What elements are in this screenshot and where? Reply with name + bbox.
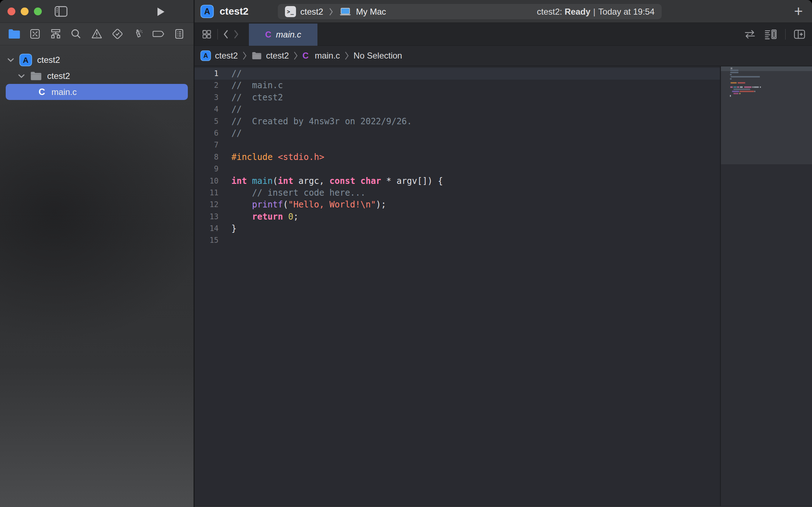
code-line-15[interactable]: 15 <box>195 235 720 246</box>
code-text: // insert code here... <box>231 187 366 199</box>
test-navigator-icon[interactable] <box>107 25 127 42</box>
minimap-code-bar <box>731 67 732 69</box>
minimap[interactable] <box>721 66 812 507</box>
tab-main-c[interactable]: C main.c <box>249 24 317 46</box>
code-line-4[interactable]: 4// <box>195 104 720 115</box>
line-number: 3 <box>195 92 219 104</box>
project-tree: A ctest2 ctest2 C main.c <box>0 45 194 100</box>
disclosure-chevron-icon[interactable] <box>18 74 25 79</box>
minimap-code-bar <box>733 86 737 88</box>
minimap-code-bar <box>744 86 752 88</box>
breakpoint-navigator-icon[interactable] <box>149 25 169 42</box>
tree-row-file-selected[interactable]: C main.c <box>6 84 188 100</box>
titlebar: A ctest2 >_ ctest2 My Mac ctest2: Ready … <box>195 0 812 23</box>
issue-navigator-icon[interactable] <box>87 25 107 42</box>
debug-navigator-icon[interactable] <box>128 25 148 42</box>
line-number: 13 <box>195 211 219 223</box>
find-navigator-icon[interactable] <box>66 25 86 42</box>
forward-chevron-icon[interactable] <box>234 30 239 39</box>
scheme-destination-label[interactable]: My Mac <box>356 7 386 17</box>
minimap-options-icon[interactable] <box>764 28 777 40</box>
activity-status[interactable]: ctest2: Ready | Today at 19:54 <box>537 7 655 17</box>
scheme-target-label[interactable]: ctest2 <box>300 7 323 17</box>
minimap-code-bar <box>730 72 738 73</box>
status-separator: | <box>593 7 595 17</box>
library-add-button[interactable]: + <box>791 3 806 20</box>
source-editor[interactable]: 1//2// main.c3// ctest24//5// Created by… <box>195 66 720 507</box>
line-number: 6 <box>195 127 219 139</box>
code-line-3[interactable]: 3// ctest2 <box>195 92 720 104</box>
add-editor-icon[interactable] <box>793 29 806 40</box>
chevron-right-icon <box>242 51 247 60</box>
editor-grid-icon[interactable] <box>201 29 212 40</box>
minimap-code-bar <box>739 93 741 94</box>
tree-row-file-wrap: C main.c <box>0 84 194 100</box>
symbol-navigator-icon[interactable] <box>46 25 66 42</box>
status-time-text: Today at 19:54 <box>598 7 655 17</box>
code-line-8[interactable]: 8#include <stdio.h> <box>195 151 720 163</box>
line-number: 5 <box>195 116 219 127</box>
back-chevron-icon[interactable] <box>223 30 229 39</box>
code-line-10[interactable]: 10int main(int argc, const char * argv[]… <box>195 175 720 187</box>
tree-row-project[interactable]: A ctest2 <box>0 52 194 68</box>
code-line-7[interactable]: 7 <box>195 139 720 151</box>
minimap-code-bar <box>732 91 739 92</box>
minimap-document[interactable] <box>721 66 812 164</box>
code-line-6[interactable]: 6// <box>195 127 720 139</box>
code-line-11[interactable]: 11 // insert code here... <box>195 187 720 199</box>
scheme-target-icon: >_ <box>285 6 296 17</box>
minimap-code-bar <box>738 82 745 84</box>
code-line-12[interactable]: 12 printf("Hello, World!\n"); <box>195 199 720 211</box>
minimap-code-bar <box>740 91 754 92</box>
code-line-2[interactable]: 2// main.c <box>195 80 720 91</box>
jumpbar-file[interactable]: main.c <box>315 51 340 61</box>
code-line-9[interactable]: 9 <box>195 163 720 175</box>
xcode-window: A ctest2 ctest2 C main.c A ctest2 <box>0 0 812 507</box>
minimap-code-bar <box>731 76 760 77</box>
tree-group-label: ctest2 <box>47 71 70 81</box>
run-button[interactable] <box>155 6 166 19</box>
line-number: 12 <box>195 199 219 211</box>
zoom-window-button[interactable] <box>34 7 42 15</box>
code-line-14[interactable]: 14} <box>195 223 720 235</box>
status-project-text: ctest2: <box>537 7 562 17</box>
c-file-icon: C <box>39 87 45 97</box>
editor-options <box>744 28 806 40</box>
minimap-code-bar <box>740 86 743 88</box>
code-review-icon[interactable] <box>744 29 756 40</box>
toggle-sidebar-icon[interactable] <box>55 6 67 17</box>
line-number: 15 <box>195 235 219 246</box>
tree-row-group[interactable]: ctest2 <box>0 68 194 84</box>
tab-label: main.c <box>276 30 301 40</box>
app-project-icon: A <box>19 54 32 66</box>
app-project-icon: A <box>200 50 211 61</box>
code-line-13[interactable]: 13 return 0; <box>195 211 720 223</box>
minimap-code-bar <box>755 91 755 92</box>
divider <box>785 29 786 40</box>
line-number: 8 <box>195 151 219 163</box>
window-title-text: ctest2 <box>220 6 249 17</box>
code-line-5[interactable]: 5// Created by 4nsw3r on 2022/9/26. <box>195 116 720 127</box>
minimap-code-bar <box>730 74 732 75</box>
minimap-code-bar <box>752 86 753 88</box>
code-line-1[interactable]: 1// <box>195 68 720 80</box>
window-project-title: A ctest2 <box>200 5 249 18</box>
toolbar-scheme-status-pill: >_ ctest2 My Mac ctest2: Ready | Today a… <box>278 4 662 19</box>
source-control-navigator-icon[interactable] <box>25 25 45 42</box>
chevron-right-icon <box>329 8 333 16</box>
report-navigator-icon[interactable] <box>169 25 189 42</box>
code-text: // <box>231 68 242 80</box>
jumpbar-group[interactable]: ctest2 <box>266 51 289 61</box>
minimap-code-bar <box>730 78 732 80</box>
jumpbar-selection[interactable]: No Selection <box>354 51 402 61</box>
line-number: 9 <box>195 163 219 175</box>
project-navigator-icon[interactable] <box>4 25 24 42</box>
tree-file-label: main.c <box>51 87 77 97</box>
disclosure-chevron-icon[interactable] <box>7 57 14 62</box>
scheme-selector[interactable]: >_ ctest2 My Mac <box>285 6 386 17</box>
jumpbar-project[interactable]: ctest2 <box>215 51 238 61</box>
navigator-icon-bar <box>0 23 194 45</box>
sidebar-titlebar <box>0 0 194 23</box>
close-window-button[interactable] <box>7 7 15 15</box>
minimize-window-button[interactable] <box>21 7 29 15</box>
